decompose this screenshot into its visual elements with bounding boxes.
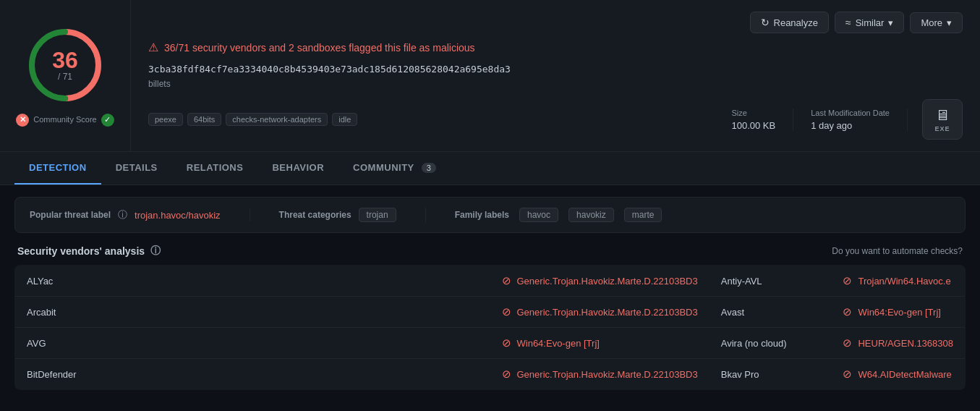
community-badge: 3	[422, 163, 437, 173]
detection-name-avast[interactable]: Win64:Evo-gen [Trj]	[858, 307, 940, 318]
popular-threat-label: Popular threat label	[30, 210, 111, 220]
file-info-panel: ↻ Reanalyze ≈ Similar ▾ More ▾ ⚠ 36/71 s…	[130, 0, 980, 151]
detection-cell-avira: ⊘ HEUR/AGEN.1368308	[831, 328, 965, 359]
alert-row: ⚠ 36/71 security vendors and 2 sandboxes…	[148, 41, 963, 54]
detection-cell-avg: ⊘ Win64:Evo-gen [Trj]	[490, 328, 710, 359]
file-type-icon: 🖥 EXE	[922, 99, 963, 140]
table-row: ALYac ⊘ Generic.Trojan.Havokiz.Marte.D.2…	[15, 266, 966, 297]
size-meta: Size 100.00 KB	[714, 109, 793, 131]
detection-name-bitdefender[interactable]: Generic.Trojan.Havokiz.Marte.D.22103BD3	[517, 369, 698, 380]
size-label: Size	[731, 109, 775, 117]
threat-categories-label: Threat categories	[279, 210, 351, 220]
community-check-icon: ✓	[101, 114, 114, 127]
vendor-name-bitdefender: BitDefender	[15, 359, 490, 390]
vendor-name-antiy: Antiy-AVL	[710, 266, 832, 297]
family-chip-marte: marte	[624, 208, 662, 222]
detection-cell-bkav: ⊘ W64.AIDetectMalware	[831, 359, 965, 390]
tab-behavior[interactable]: BEHAVIOR	[257, 152, 338, 185]
score-circle: 36 / 71	[25, 25, 105, 105]
detection-icon-bitdefender: ⊘	[502, 368, 511, 381]
top-bar: 36 / 71 ✕ Community Score ✓ ↻ Reanalyze …	[0, 0, 980, 152]
reanalyze-label: Reanalyze	[774, 17, 818, 28]
table-row: Arcabit ⊘ Generic.Trojan.Havokiz.Marte.D…	[15, 297, 966, 328]
vendor-name-arcabit: Arcabit	[15, 297, 490, 328]
more-chevron-icon: ▾	[947, 17, 952, 28]
info-icon-popular: ⓘ	[118, 208, 127, 221]
family-labels-label: Family labels	[455, 210, 509, 220]
tag-idle: idle	[332, 113, 357, 126]
tab-detection[interactable]: DETECTION	[14, 152, 101, 185]
detection-icon-bkav: ⊘	[843, 368, 852, 381]
file-hash: 3cba38fdf84cf7ea3334040c8b4539403e73adc1…	[148, 64, 963, 75]
filename: billets	[148, 79, 963, 89]
community-score-row: ✕ Community Score ✓	[16, 114, 114, 127]
similar-button[interactable]: ≈ Similar ▾	[835, 12, 904, 33]
alert-text: 36/71 security vendors and 2 sandboxes f…	[164, 42, 475, 54]
family-chip-havoc: havoc	[519, 208, 558, 222]
vendor-name-alyac: ALYac	[15, 266, 490, 297]
automate-checks-text: Do you want to automate checks?	[832, 246, 963, 256]
last-mod-label: Last Modification Date	[811, 109, 890, 117]
reanalyze-button[interactable]: ↻ Reanalyze	[750, 12, 829, 33]
last-mod-meta: Last Modification Date 1 day ago	[793, 109, 908, 131]
tag-64bits: 64bits	[187, 113, 221, 126]
alert-icon: ⚠	[148, 41, 158, 54]
detection-icon-avira: ⊘	[843, 336, 852, 349]
size-value: 100.00 KB	[731, 120, 775, 131]
detection-name-arcabit[interactable]: Generic.Trojan.Havokiz.Marte.D.22103BD3	[517, 307, 698, 318]
detection-name-antiy[interactable]: Trojan/Win64.Havoc.e	[858, 276, 950, 287]
popular-threat-section: Popular threat label ⓘ trojan.havoc/havo…	[30, 208, 250, 221]
threat-categories-section: Threat categories trojan	[279, 208, 426, 222]
table-row: AVG ⊘ Win64:Evo-gen [Trj] Avira (no clou…	[15, 328, 966, 359]
detection-name-alyac[interactable]: Generic.Trojan.Havokiz.Marte.D.22103BD3	[517, 276, 698, 287]
more-label: More	[921, 17, 942, 28]
vendor-name-avast: Avast	[710, 297, 832, 328]
detection-name-bkav[interactable]: W64.AIDetectMalware	[858, 369, 951, 380]
tags-row: peexe 64bits checks-network-adapters idl…	[148, 113, 357, 126]
security-analysis-header: Security vendors' analysis ⓘ Do you want…	[14, 245, 966, 258]
score-panel: 36 / 71 ✕ Community Score ✓	[0, 0, 130, 151]
vendor-name-avira: Avira (no cloud)	[710, 328, 832, 359]
tag-peexe: peexe	[148, 113, 183, 126]
tab-relations[interactable]: RELATIONS	[172, 152, 258, 185]
threat-chip-trojan: trojan	[359, 208, 396, 222]
detection-cell-alyac: ⊘ Generic.Trojan.Havokiz.Marte.D.22103BD…	[490, 266, 710, 297]
family-chip-havokiz: havokiz	[568, 208, 614, 222]
analysis-table: ALYac ⊘ Generic.Trojan.Havokiz.Marte.D.2…	[14, 265, 966, 390]
section-title: Security vendors' analysis ⓘ	[17, 245, 161, 258]
threat-info-row: Popular threat label ⓘ trojan.havoc/havo…	[14, 197, 966, 233]
table-row: BitDefender ⊘ Generic.Trojan.Havokiz.Mar…	[15, 359, 966, 390]
score-value: 36	[52, 48, 78, 72]
tabs-bar: DETECTION DETAILS RELATIONS BEHAVIOR COM…	[0, 152, 980, 185]
family-labels-section: Family labels havoc havokiz marte	[455, 208, 662, 222]
exe-label: EXE	[934, 125, 950, 132]
detection-icon-avast: ⊘	[843, 305, 852, 318]
detection-name-avira[interactable]: HEUR/AGEN.1368308	[858, 338, 953, 349]
community-x-icon: ✕	[16, 114, 29, 127]
more-button[interactable]: More ▾	[910, 12, 963, 33]
detection-cell-arcabit: ⊘ Generic.Trojan.Havokiz.Marte.D.22103BD…	[490, 297, 710, 328]
tag-checks-network: checks-network-adapters	[226, 113, 328, 126]
vendor-name-bkav: Bkav Pro	[710, 359, 832, 390]
section-title-text: Security vendors' analysis	[17, 245, 145, 257]
vendor-name-avg: AVG	[15, 328, 490, 359]
detection-name-avg[interactable]: Win64:Evo-gen [Trj]	[517, 338, 600, 349]
score-total: / 71	[52, 72, 78, 82]
detection-icon-arcabit: ⊘	[502, 305, 511, 318]
detection-icon-avg: ⊘	[502, 336, 511, 349]
main-content: Popular threat label ⓘ trojan.havoc/havo…	[0, 185, 980, 402]
detection-icon-alyac: ⊘	[502, 274, 511, 287]
last-mod-value: 1 day ago	[811, 120, 890, 131]
vendor-label-alyac: ALYac	[27, 276, 53, 287]
detection-cell-antiy: ⊘ Trojan/Win64.Havoc.e	[831, 266, 965, 297]
detection-icon-antiy: ⊘	[843, 274, 852, 287]
community-score-label: Community Score	[33, 114, 96, 124]
detection-cell-bitdefender: ⊘ Generic.Trojan.Havokiz.Marte.D.22103BD…	[490, 359, 710, 390]
popular-threat-value[interactable]: trojan.havoc/havokiz	[135, 210, 221, 221]
similar-chevron-icon: ▾	[888, 17, 893, 28]
similar-label: Similar	[856, 17, 885, 28]
section-info-icon[interactable]: ⓘ	[150, 245, 161, 258]
tab-details[interactable]: DETAILS	[101, 152, 172, 185]
tab-community[interactable]: COMMUNITY 3	[338, 152, 451, 185]
detection-cell-avast: ⊘ Win64:Evo-gen [Trj]	[831, 297, 965, 328]
